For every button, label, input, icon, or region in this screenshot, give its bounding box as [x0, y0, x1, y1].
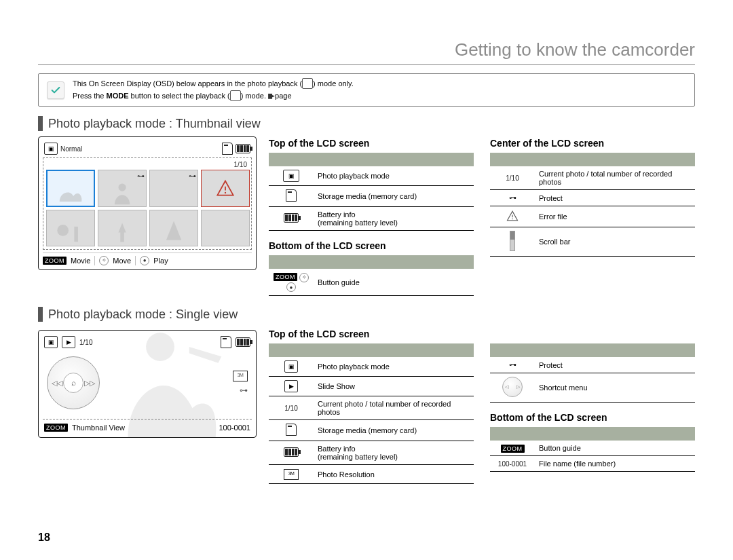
center-lcd-heading: Center of the LCD screen — [490, 138, 695, 149]
arrow-right-icon — [268, 94, 275, 99]
slideshow-icon: ▶ — [284, 380, 298, 392]
slideshow-icon: ▶ — [62, 336, 75, 348]
thumbnail-2[interactable]: ⊶ — [98, 170, 147, 207]
photo-mode-icon: ▣ — [44, 143, 58, 155]
shortcut-icon: ◁▷ — [502, 377, 523, 397]
zoom-chip-icon: ZOOM — [501, 445, 525, 453]
card-icon — [286, 189, 297, 202]
dot-icon: ● — [286, 282, 296, 292]
battery-icon — [284, 213, 299, 223]
svg-point-6 — [512, 219, 513, 220]
play-dot-icon: ● — [140, 256, 149, 265]
svg-point-0 — [118, 183, 126, 191]
warn-icon — [505, 210, 520, 222]
table-thumb-center: . 1/10Current photo / total number of re… — [490, 153, 695, 257]
page-title: Getting to know the camcorder — [38, 39, 695, 65]
photo-mode-icon: ▣ — [44, 336, 58, 348]
table-thumb-top: . ▣Photo playback mode Storage media (me… — [269, 153, 474, 231]
lcd-thumbnail-view: ▣ Normal 1/10 ⊶ ⊶ — [38, 136, 257, 270]
next-arrow-icon: ▷▷ — [84, 379, 95, 388]
shortcut-menu-icon[interactable]: ◁◁ ⌕ ▷▷ — [47, 356, 100, 409]
zoom-center-icon: ⌕ — [63, 373, 83, 393]
card-icon — [286, 424, 297, 436]
lcd-single-view: ▣ ▶ 1/10 ◁◁ ⌕ ▷▷ — [38, 330, 257, 438]
prev-arrow-icon: ◁◁ — [52, 379, 62, 388]
thumbnail-4-error[interactable] — [201, 170, 250, 207]
check-icon — [47, 81, 64, 99]
scrollbar-icon — [510, 231, 515, 251]
battery-icon — [236, 337, 250, 347]
card-icon — [222, 143, 233, 155]
normal-label: Normal — [60, 145, 82, 153]
bottom-lcd-heading-2: Bottom of the LCD screen — [490, 412, 695, 423]
key-icon: ⊶ — [189, 172, 196, 181]
svg-point-2 — [225, 192, 226, 193]
photo-mode-icon: ▣ — [283, 170, 299, 182]
top-lcd-heading: Top of the LCD screen — [269, 138, 474, 149]
key-icon: ⊶ — [490, 357, 535, 373]
table-single-top-right: . ⊶Protect ◁▷Shortcut menu — [490, 343, 695, 403]
move-dot-icon: ✧ — [99, 256, 109, 265]
count-label: 1/10 — [490, 166, 535, 190]
thumbnail-6[interactable] — [98, 210, 147, 247]
zoom-chip-icon: ZOOM — [274, 273, 297, 281]
play-label: Play — [153, 257, 168, 265]
file-label: 100-0001 — [490, 456, 535, 472]
photo-mode-inline-icon — [302, 78, 313, 89]
thumbnail-1[interactable] — [46, 170, 95, 207]
section-single-heading: Photo playback mode : Single view — [38, 307, 695, 322]
battery-icon — [284, 447, 299, 457]
thumbnail-5[interactable] — [46, 210, 95, 246]
file-name-label: 100-0001 — [219, 424, 251, 432]
svg-rect-4 — [74, 227, 78, 242]
key-icon: ⊶ — [240, 386, 248, 395]
svg-point-3 — [57, 225, 69, 236]
photo-mode-icon: ▣ — [284, 360, 298, 373]
count-label: 1/10 — [269, 396, 314, 420]
info-text: This On Screen Display (OSD) below appea… — [73, 78, 354, 102]
playback-mode-inline-icon — [230, 90, 241, 101]
photo-count: 1/10 — [79, 339, 92, 346]
dot-icon: ✧ — [299, 273, 309, 282]
zoom-chip-icon: ZOOM — [44, 424, 68, 432]
info-callout: This On Screen Display (OSD) below appea… — [38, 73, 695, 107]
thumbnail-3[interactable]: ⊶ — [149, 170, 198, 207]
move-label: Move — [113, 257, 131, 265]
thumbnail-view-label: Thumbnail View — [72, 424, 125, 432]
table-thumb-bottom: . ZOOM ✧ ●Button guide — [269, 255, 474, 296]
movie-label: Movie — [71, 257, 90, 265]
heading-bar-icon — [38, 307, 43, 322]
heading-bar-icon — [38, 116, 43, 131]
photo-count: 1/10 — [46, 161, 248, 170]
section-thumbnail-heading: Photo playback mode : Thumbnail view — [38, 116, 695, 131]
table-single-top-left: . ▣Photo playback mode ▶Slide Show 1/10C… — [269, 343, 474, 484]
zoom-chip-icon: ZOOM — [43, 257, 67, 265]
resolution-icon: 3M — [284, 469, 299, 480]
table-single-bottom: . ZOOMButton guide 100-0001File name (fi… — [490, 427, 695, 472]
top-lcd-heading-2: Top of the LCD screen — [269, 329, 474, 339]
bottom-lcd-heading: Bottom of the LCD screen — [269, 240, 474, 251]
key-icon: ⊶ — [490, 190, 535, 206]
thumbnail-7[interactable] — [149, 210, 198, 247]
card-icon — [221, 336, 231, 348]
resolution-icon: 3M — [233, 371, 248, 381]
thumbnail-8[interactable] — [201, 210, 250, 247]
battery-icon — [236, 144, 250, 153]
page-number: 18 — [38, 531, 50, 544]
